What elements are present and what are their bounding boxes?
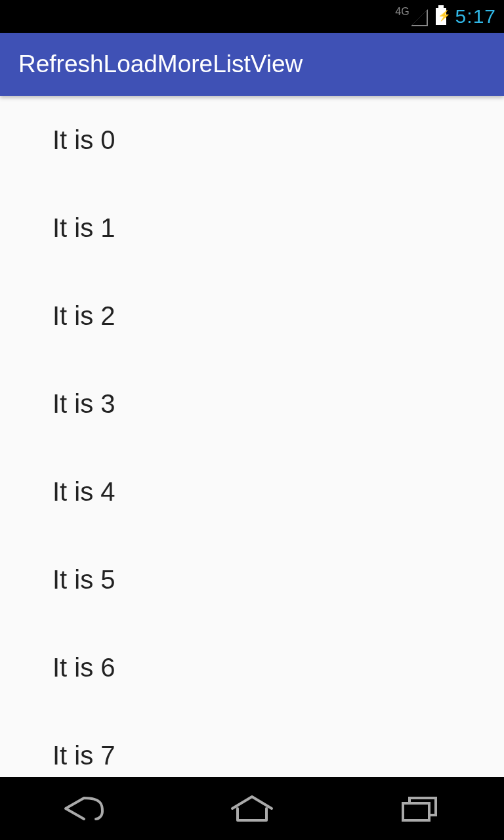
- list-item-label: It is 4: [52, 477, 116, 507]
- list-item-label: It is 5: [52, 565, 116, 595]
- system-nav-bar: [0, 777, 504, 840]
- home-button[interactable]: [200, 777, 304, 840]
- list-item[interactable]: It is 0: [0, 96, 504, 184]
- back-icon: [58, 793, 110, 824]
- list-item-label: It is 6: [52, 653, 116, 682]
- home-icon: [228, 793, 276, 824]
- battery-icon: ⚡: [436, 8, 446, 25]
- status-clock: 5:17: [455, 5, 496, 28]
- list-item[interactable]: It is 1: [0, 184, 504, 272]
- list-item[interactable]: It is 3: [0, 360, 504, 448]
- list-item[interactable]: It is 4: [0, 448, 504, 536]
- list-item[interactable]: It is 6: [0, 623, 504, 711]
- signal-group: 4G: [395, 7, 427, 26]
- list-item[interactable]: It is 5: [0, 536, 504, 623]
- back-button[interactable]: [32, 777, 136, 840]
- battery-charging-icon: ⚡: [438, 10, 451, 21]
- recent-apps-icon: [399, 793, 441, 824]
- list-item[interactable]: It is 2: [0, 272, 504, 360]
- list-item-label: It is 2: [52, 301, 116, 331]
- list-view[interactable]: It is 0 It is 1 It is 2 It is 3 It is 4 …: [0, 96, 504, 777]
- list-item[interactable]: It is 7: [0, 711, 504, 777]
- app-title: RefreshLoadMoreListView: [18, 51, 303, 78]
- recent-apps-button[interactable]: [368, 777, 472, 840]
- list-item-label: It is 3: [52, 389, 116, 419]
- app-action-bar: RefreshLoadMoreListView: [0, 33, 504, 96]
- list-item-label: It is 0: [52, 125, 116, 155]
- signal-icon: [411, 9, 428, 26]
- svg-rect-0: [403, 803, 429, 820]
- list-item-label: It is 1: [52, 213, 116, 243]
- status-bar: 4G ⚡ 5:17: [0, 0, 504, 33]
- network-4g-label: 4G: [395, 7, 409, 17]
- list-item-label: It is 7: [52, 741, 116, 770]
